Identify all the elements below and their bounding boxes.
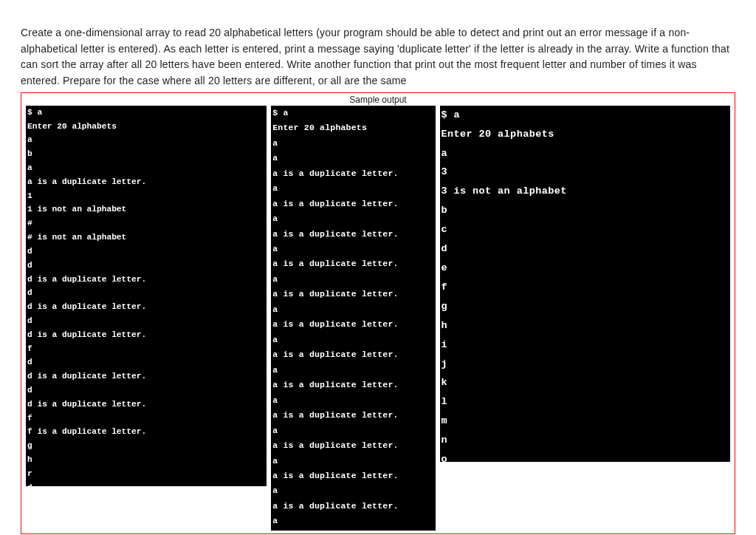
terminal-panel-2: $ a Enter 20 alphabets a 3 3 is not an a… [440, 106, 730, 462]
terminal-panel-0: $ a Enter 20 alphabets a b a a is a dupl… [26, 106, 267, 486]
problem-statement: Create a one-dimensional array to read 2… [21, 25, 735, 89]
page-root: Create a one-dimensional array to read 2… [0, 0, 756, 535]
sample-output-frame: Sample output $ a Enter 20 alphabets a b… [21, 92, 735, 534]
sample-output-label: Sample output [21, 93, 735, 106]
terminal-panels-row: $ a Enter 20 alphabets a b a a is a dupl… [21, 106, 735, 534]
terminal-panel-1: $ a Enter 20 alphabets a a a is a duplic… [271, 106, 435, 531]
